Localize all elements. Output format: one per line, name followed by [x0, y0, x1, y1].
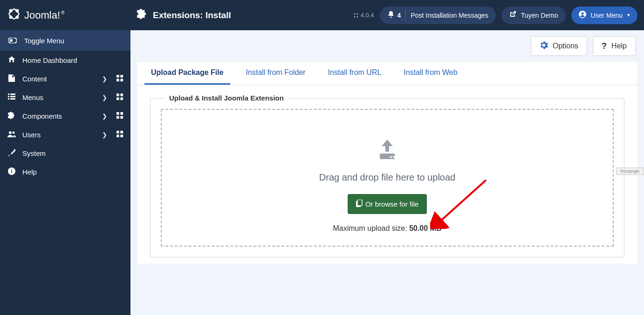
wrench-icon [7, 149, 16, 158]
help-label: Help [611, 42, 627, 50]
version-badge: 4.0.4 [353, 12, 374, 19]
tab-install-from-url[interactable]: Install from URL [322, 62, 388, 85]
svg-rect-39 [390, 156, 392, 158]
svg-rect-14 [8, 98, 9, 100]
svg-rect-17 [120, 94, 123, 96]
brand-text: Joomla!® [24, 9, 64, 21]
bell-icon [387, 11, 395, 20]
site-name: Tuyen Demo [521, 12, 558, 19]
site-preview-button[interactable]: Tuyen Demo [501, 7, 566, 24]
sidebar-item-home-dashboard[interactable]: Home Dashboard [0, 51, 130, 69]
joomla-icon [7, 7, 21, 23]
info-icon: i [7, 168, 16, 176]
chevron-right-icon: ❯ [102, 113, 107, 120]
dnd-text: Drag and drop file here to upload [162, 172, 613, 183]
svg-rect-10 [8, 94, 9, 95]
help-button[interactable]: ? Help [593, 36, 636, 56]
toolbar: Options ? Help [130, 30, 644, 62]
sidebar-item-content[interactable]: Content ❯ [0, 69, 130, 88]
svg-rect-6 [116, 75, 119, 78]
chevron-right-icon: ❯ [102, 94, 107, 101]
page-title-text: Extensions: Install [153, 10, 231, 20]
svg-rect-9 [120, 79, 123, 81]
main-area: Extensions: Install 4.0.4 4 Post Install… [130, 0, 644, 315]
dashboard-grid-icon[interactable] [116, 131, 123, 139]
question-icon: ? [602, 41, 607, 51]
svg-point-35 [356, 16, 358, 17]
chevron-right-icon: ❯ [102, 131, 107, 138]
toggle-menu[interactable]: Toggle Menu [0, 30, 130, 51]
svg-rect-22 [116, 116, 119, 119]
rectangle-badge: Rectangle [616, 168, 644, 175]
svg-rect-11 [10, 94, 15, 95]
sidebar-item-label: Content [22, 75, 96, 83]
user-menu-label: User Menu [591, 12, 623, 19]
svg-point-34 [354, 16, 355, 17]
page-title: Extensions: Install [137, 9, 231, 21]
svg-text:i: i [11, 168, 12, 174]
svg-rect-38 [380, 154, 395, 159]
svg-rect-40 [393, 156, 395, 158]
sidebar-item-users[interactable]: Users ❯ [0, 125, 130, 144]
tab-install-from-folder[interactable]: Install from Folder [240, 62, 312, 85]
tabs: Upload Package File Install from Folder … [137, 62, 637, 85]
gear-icon [540, 41, 548, 51]
svg-rect-15 [10, 98, 15, 100]
external-link-icon [509, 11, 516, 20]
fieldset-legend: Upload & Install Joomla Extension [164, 94, 288, 102]
svg-rect-21 [120, 112, 123, 115]
svg-point-5 [10, 39, 13, 42]
sidebar-item-components[interactable]: Components ❯ [0, 107, 130, 125]
user-menu-button[interactable]: User Menu ▾ [571, 7, 637, 24]
upload-fieldset: Upload & Install Joomla Extension Drag a… [150, 98, 624, 257]
chevron-right-icon: ❯ [102, 75, 107, 82]
notif-label: Post Installation Messages [411, 12, 488, 19]
topbar: Extensions: Install 4.0.4 4 Post Install… [130, 0, 644, 30]
svg-rect-28 [116, 134, 119, 137]
browse-file-button[interactable]: Or browse for file [348, 194, 427, 214]
file-icon [7, 74, 16, 83]
users-icon [7, 131, 16, 139]
sidebar-item-menus[interactable]: Menus ❯ [0, 88, 130, 107]
options-button[interactable]: Options [531, 36, 587, 56]
svg-point-32 [354, 13, 355, 14]
home-icon [7, 56, 16, 65]
svg-rect-7 [120, 75, 123, 78]
browse-label: Or browse for file [365, 200, 418, 208]
sidebar-item-label: Home Dashboard [22, 56, 123, 64]
svg-rect-26 [116, 131, 119, 134]
svg-rect-29 [120, 134, 123, 137]
post-install-messages-button[interactable]: 4 Post Installation Messages [380, 7, 496, 24]
sidebar-item-label: System [22, 149, 123, 157]
dashboard-grid-icon[interactable] [116, 112, 123, 120]
toggle-icon [8, 37, 17, 45]
upload-icon [162, 138, 613, 161]
svg-rect-42 [357, 200, 362, 206]
svg-rect-27 [120, 131, 123, 134]
brand-logo[interactable]: Joomla!® [0, 0, 130, 30]
toggle-label: Toggle Menu [24, 37, 64, 45]
svg-rect-20 [116, 112, 119, 115]
svg-rect-12 [8, 96, 9, 97]
sidebar-item-system[interactable]: System [0, 144, 130, 162]
dropzone[interactable]: Drag and drop file here to upload Or bro… [161, 109, 614, 247]
svg-point-37 [581, 13, 583, 15]
content-card: Upload Package File Install from Folder … [137, 62, 637, 264]
svg-rect-8 [116, 79, 119, 81]
puzzle-icon [137, 9, 147, 21]
dashboard-grid-icon[interactable] [116, 94, 123, 101]
sidebar-item-help[interactable]: i Help [0, 162, 130, 181]
options-label: Options [553, 42, 578, 50]
sidebar-item-label: Menus [22, 94, 96, 101]
notif-count: 4 [397, 12, 401, 19]
svg-rect-23 [120, 116, 123, 119]
list-icon [7, 94, 16, 101]
svg-rect-19 [120, 97, 123, 100]
sidebar: Joomla!® Toggle Menu Home Dashboard Cont… [0, 0, 130, 315]
svg-rect-16 [116, 94, 119, 96]
svg-rect-13 [10, 96, 15, 97]
sidebar-item-label: Components [22, 112, 96, 120]
tab-install-from-web[interactable]: Install from Web [397, 62, 464, 85]
dashboard-grid-icon[interactable] [116, 75, 123, 83]
tab-upload-package-file[interactable]: Upload Package File [144, 62, 230, 85]
